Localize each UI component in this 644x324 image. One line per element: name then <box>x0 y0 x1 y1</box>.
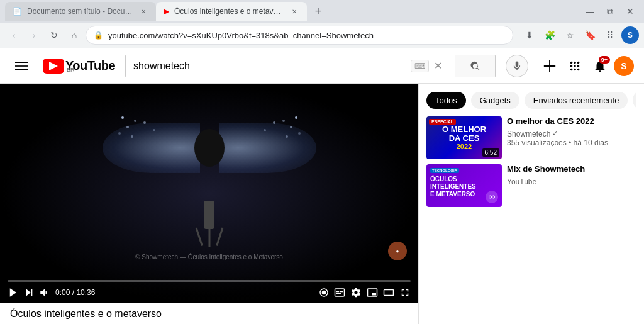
svg-marker-12 <box>10 288 17 297</box>
tab-2-favicon: ▶ <box>164 7 169 16</box>
sidebar-channel-2: YouTube <box>507 177 636 186</box>
verified-icon-1: ✓ <box>552 130 558 138</box>
url-text: youtube.com/watch?v=sXuKUp0Vrbo&t=318s&a… <box>108 31 505 40</box>
tab-1-close[interactable]: ✕ <box>138 6 148 16</box>
voice-search-button[interactable] <box>506 55 528 77</box>
keyboard-icon[interactable]: ⌨ <box>411 60 429 72</box>
chip-todos[interactable]: Todos <box>426 92 466 109</box>
svg-marker-13 <box>26 289 30 296</box>
video-area: ● © Showmetech — Óculos Inteligentes e o… <box>0 84 418 324</box>
fullscreen-button[interactable] <box>399 287 411 298</box>
svg-rect-19 <box>340 291 343 293</box>
add-tab-button[interactable]: + <box>309 3 327 20</box>
notifications-button[interactable]: 9+ <box>589 55 611 77</box>
svg-rect-20 <box>336 293 341 294</box>
sidebar-video-1[interactable]: ESPECIAL O MELHORDA CES 2022 6:52 O melh… <box>426 116 636 159</box>
search-bar[interactable]: ⌨ ✕ <box>125 55 450 77</box>
back-button[interactable]: ‹ <box>5 26 23 44</box>
svg-rect-18 <box>336 291 340 293</box>
download-button[interactable]: ⬇ <box>521 26 538 44</box>
bookmark-button[interactable]: ☆ <box>561 26 579 44</box>
search-input[interactable] <box>133 60 411 72</box>
settings-button[interactable] <box>350 287 362 298</box>
address-bar[interactable]: 🔒 youtube.com/watch?v=sXuKUp0Vrbo&t=318s… <box>86 26 513 45</box>
header-actions: 9+ S <box>538 55 634 77</box>
content-area: ● © Showmetech — Óculos Inteligentes e o… <box>0 84 644 324</box>
extensions-button[interactable]: 🧩 <box>541 26 558 44</box>
svg-point-24 <box>489 196 492 198</box>
tab-1-title: Documento sem título - Docum... <box>27 7 133 16</box>
sidebar-info-1: O melhor da CES 2022 Showmetech ✓ 355 vi… <box>507 116 636 159</box>
youtube-logo[interactable]: YouTube BR <box>43 59 115 74</box>
notification-count: 9+ <box>599 56 610 64</box>
create-button[interactable] <box>538 55 561 77</box>
theater-button[interactable] <box>383 287 394 298</box>
video-thumbnail: ● © Showmetech — Óculos Inteligentes e o… <box>0 84 418 303</box>
tab-2-title: Óculos inteligentes e o metaver... <box>174 7 284 16</box>
subtitles-button[interactable] <box>334 287 345 298</box>
tab-1[interactable]: 📄 Documento sem título - Docum... ✕ <box>5 2 156 21</box>
sidebar-channel-1: Showmetech ✓ <box>507 130 636 138</box>
svg-point-25 <box>492 196 495 198</box>
svg-rect-14 <box>31 289 32 296</box>
video-subtitle-text: © Showmetech — Óculos Inteligentes e o M… <box>135 254 283 260</box>
youtube-play-icon <box>49 62 58 70</box>
home-button[interactable]: ⌂ <box>65 26 83 44</box>
svg-rect-23 <box>384 290 394 296</box>
chip-gadgets[interactable]: Gadgets <box>471 92 519 109</box>
user-avatar-browser[interactable]: S <box>621 26 639 44</box>
apps-button[interactable] <box>564 55 586 77</box>
oculos-badge: TECNOLOGIA <box>430 168 459 173</box>
video-player[interactable]: ● © Showmetech — Óculos Inteligentes e o… <box>0 84 418 303</box>
svg-rect-1 <box>15 65 28 67</box>
oculos-thumbnail: TECNOLOGIA ÓCULOSINTELIGENTESE METAVERSO <box>426 164 502 207</box>
filter-chips: Todos Gadgets Enviados recentemente › <box>426 84 636 116</box>
svg-point-3 <box>570 61 573 64</box>
svg-point-9 <box>570 68 573 70</box>
svg-point-6 <box>570 65 573 67</box>
user-avatar[interactable]: S <box>614 56 634 76</box>
watermark-logo: ● <box>388 242 407 260</box>
lock-icon: 🔒 <box>94 31 103 40</box>
browser-actions: ⬇ 🧩 ☆ 🔖 ⠿ S <box>521 26 639 44</box>
menu-button[interactable] <box>10 55 33 77</box>
profile-button[interactable]: 🔖 <box>581 26 599 44</box>
sidebar-video-2[interactable]: TECNOLOGIA ÓCULOSINTELIGENTESE METAVERSO… <box>426 164 636 207</box>
progress-bar[interactable] <box>8 280 411 282</box>
settings-button[interactable]: ⠿ <box>601 26 619 44</box>
miniplayer-button[interactable] <box>367 287 378 298</box>
svg-rect-22 <box>372 293 376 296</box>
filter-arrow-button[interactable]: › <box>633 90 636 110</box>
chip-enviados[interactable]: Enviados recentemente <box>525 92 628 109</box>
play-button[interactable] <box>8 287 19 298</box>
sidebar-thumb-2: TECNOLOGIA ÓCULOSINTELIGENTESE METAVERSO <box>426 164 502 207</box>
window-close-button[interactable]: ✕ <box>621 3 639 20</box>
video-controls: 0:00 / 10:36 <box>0 275 418 303</box>
window-maximize-button[interactable]: ⧉ <box>601 3 619 20</box>
toggle-button[interactable] <box>319 288 329 298</box>
svg-point-15 <box>322 291 326 295</box>
window-minimize-button[interactable]: — <box>581 3 599 20</box>
search-button[interactable] <box>455 55 496 77</box>
svg-rect-0 <box>15 62 28 63</box>
next-button[interactable] <box>24 288 34 298</box>
tripod <box>195 201 223 247</box>
youtube-region-badge: BR <box>67 67 115 73</box>
tab-1-favicon: 📄 <box>13 7 22 16</box>
time-display: 0:00 / 10:36 <box>55 288 314 297</box>
volume-button[interactable] <box>39 287 50 298</box>
ces-badge: ESPECIAL <box>429 119 456 125</box>
sidebar-meta-1: 355 visualizações • há 10 dias <box>507 138 636 147</box>
youtube-app: YouTube BR ⌨ ✕ <box>0 48 644 324</box>
svg-point-4 <box>574 61 576 64</box>
tab-2-close[interactable]: ✕ <box>289 6 299 16</box>
refresh-button[interactable]: ↻ <box>45 26 63 44</box>
youtube-header: YouTube BR ⌨ ✕ <box>0 48 644 84</box>
sidebar-info-2: Mix de Showmetech YouTube <box>507 164 636 207</box>
youtube-logo-icon <box>43 59 64 74</box>
forward-button[interactable]: › <box>25 26 43 44</box>
svg-rect-2 <box>15 69 28 70</box>
sidebar: Todos Gadgets Enviados recentemente › ES… <box>418 84 644 324</box>
search-clear-button[interactable]: ✕ <box>434 60 442 72</box>
tab-2[interactable]: ▶ Óculos inteligentes e o metaver... ✕ <box>156 2 307 21</box>
